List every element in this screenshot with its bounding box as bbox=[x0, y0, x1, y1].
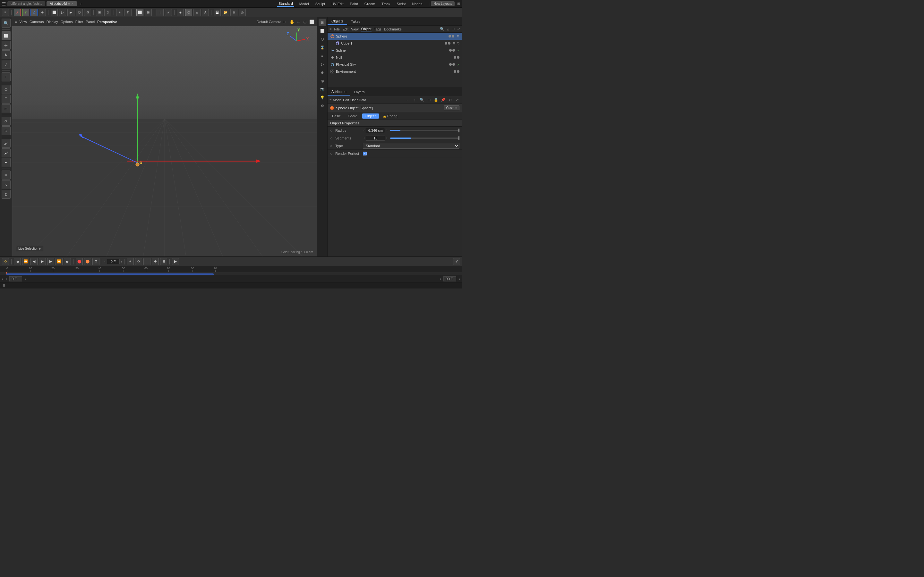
coord-btn[interactable]: ⊕ bbox=[39, 9, 46, 16]
extra-btn-3[interactable]: ▲ bbox=[194, 9, 200, 16]
snap-settings-btn[interactable]: ⚙ bbox=[124, 9, 132, 16]
play-btn[interactable]: ▶ bbox=[39, 258, 46, 265]
layer-manager-icon[interactable]: ≡ bbox=[318, 52, 326, 60]
paint-tool-btn[interactable]: 🖌 bbox=[2, 148, 11, 157]
timeline-keyframe-area[interactable] bbox=[0, 272, 462, 275]
select-tool-btn[interactable]: ⬜ bbox=[2, 31, 11, 40]
segments-value[interactable]: 16 bbox=[366, 135, 385, 141]
start-frame-input[interactable] bbox=[9, 276, 22, 282]
load-btn[interactable]: 📂 bbox=[222, 9, 229, 16]
spline-tool-btn[interactable]: ⌒ bbox=[2, 95, 11, 103]
tl-motion-btn[interactable]: ⌒ bbox=[144, 258, 150, 265]
add-tab-button[interactable]: + bbox=[79, 1, 82, 6]
viewport-cameras-menu[interactable]: Cameras bbox=[29, 20, 44, 24]
tab-active[interactable]: Airpods.c4d ● ✕ bbox=[47, 1, 77, 6]
menu-standard[interactable]: Standard bbox=[277, 1, 294, 7]
prev-frame-btn[interactable]: ⏪ bbox=[22, 258, 29, 265]
to-end-btn[interactable]: ⏭ bbox=[64, 258, 71, 265]
attr-history-icon[interactable]: ⊙ bbox=[447, 97, 453, 103]
rotate-tool-btn[interactable]: ↻ bbox=[2, 50, 11, 59]
extra-btn-4[interactable]: A bbox=[202, 9, 209, 16]
tl-preview-btn[interactable]: ▶ bbox=[172, 258, 179, 265]
tl-ripple-btn[interactable]: ⟳ bbox=[135, 258, 142, 265]
menu-script[interactable]: Script bbox=[395, 1, 407, 6]
radius-slider[interactable] bbox=[390, 130, 459, 131]
obj-home-icon[interactable]: ⌂ bbox=[447, 27, 449, 31]
move-tool-btn[interactable]: ✛ bbox=[2, 41, 11, 50]
transform-btn[interactable]: ⬜ bbox=[136, 9, 144, 16]
obj-menu-edit[interactable]: Edit bbox=[342, 27, 349, 31]
snap-btn[interactable]: ⌖ bbox=[116, 9, 123, 16]
hamburger-icon[interactable]: ☰ bbox=[2, 1, 6, 6]
tl-bottom-nav-right-1[interactable]: › bbox=[25, 277, 26, 281]
obj-expand-icon[interactable]: ⤢ bbox=[457, 27, 460, 31]
attr-expand-icon[interactable]: ⤢ bbox=[454, 97, 460, 103]
viewport-panel-menu[interactable]: Panel bbox=[86, 20, 95, 24]
record-btn[interactable]: ⬤ bbox=[76, 258, 83, 265]
attr-edit-menu[interactable]: Edit bbox=[343, 98, 349, 102]
eyedrop-tool-btn[interactable]: ✒ bbox=[2, 158, 11, 167]
axis-x-btn[interactable]: X bbox=[14, 9, 21, 16]
prev-key-btn[interactable]: ◀ bbox=[31, 258, 37, 265]
next-key-btn[interactable]: ▶ bbox=[47, 258, 54, 265]
auto-key-btn[interactable]: ⚙ bbox=[92, 258, 99, 265]
viewport-hamburger-icon[interactable]: ≡ bbox=[15, 20, 17, 24]
tab-takes[interactable]: Takes bbox=[347, 18, 364, 25]
radius-increase-btn[interactable]: › bbox=[386, 129, 388, 132]
viewport-display-menu[interactable]: Display bbox=[47, 20, 58, 24]
attr-hamburger[interactable]: ≡ bbox=[330, 98, 331, 102]
menu-track[interactable]: Track bbox=[380, 1, 391, 6]
menu-sculpt[interactable]: Sculpt bbox=[314, 1, 326, 6]
sub-tab-phong[interactable]: 🔒 Phong bbox=[380, 113, 401, 119]
orbit-icon[interactable]: ↩ bbox=[297, 19, 300, 24]
viewport-filter-menu[interactable]: Filter bbox=[75, 20, 83, 24]
brush-tool-btn[interactable]: 🖊 bbox=[2, 139, 11, 148]
viewport-solo-icon[interactable]: ◎ bbox=[318, 77, 326, 85]
tab-other[interactable]: different angle, fashi... bbox=[7, 1, 45, 6]
obj-menu-file[interactable]: File bbox=[334, 27, 340, 31]
move-btn[interactable]: ↕ bbox=[157, 9, 164, 16]
render-to-pic-btn[interactable]: ▷ bbox=[59, 9, 66, 16]
obj-item-physical-sky[interactable]: Physical Sky ✓ bbox=[328, 61, 462, 68]
toolbar-menu-icon[interactable]: ≡ bbox=[2, 9, 9, 16]
sub-tab-object[interactable]: Object bbox=[362, 113, 379, 119]
zoom-icon[interactable]: ⊕ bbox=[303, 19, 307, 24]
tl-expand-btn[interactable]: ⤢ bbox=[453, 258, 460, 265]
obj-menu-tags[interactable]: Tags bbox=[374, 27, 381, 31]
poly-tool-btn[interactable]: ⬡ bbox=[2, 85, 11, 94]
new-layout-button[interactable]: New Layouts bbox=[431, 1, 455, 6]
selection-dropdown-icon[interactable]: ▸ bbox=[39, 247, 41, 250]
camera-controls[interactable]: ◎ bbox=[239, 9, 246, 16]
render-anim-btn[interactable]: ⬡ bbox=[76, 9, 83, 16]
attr-up-icon[interactable]: ↑ bbox=[412, 97, 418, 103]
attr-filter-icon[interactable]: ⊞ bbox=[426, 97, 432, 103]
light-icon[interactable]: 💡 bbox=[318, 93, 326, 101]
menu-nodes[interactable]: Nodes bbox=[411, 1, 424, 6]
frame-nav-left[interactable]: ‹ bbox=[104, 259, 105, 263]
attr-dropdown[interactable]: Custom bbox=[444, 105, 459, 110]
tl-bottom-nav-left-3[interactable]: ‹ bbox=[440, 277, 441, 281]
keyframe-btn[interactable]: ◇ bbox=[2, 258, 9, 265]
obj-item-null[interactable]: Null bbox=[328, 54, 462, 61]
type-dropdown[interactable]: Standard Tetrahedron Hexahedron bbox=[363, 143, 459, 149]
tl-bottom-nav-right-2[interactable]: › bbox=[459, 277, 460, 281]
tl-snap-btn[interactable]: ⌖ bbox=[127, 258, 134, 265]
tl-ik-btn[interactable]: ⊕ bbox=[152, 258, 159, 265]
obj-menu-hamburger[interactable]: ≡ bbox=[330, 27, 331, 31]
pan-icon[interactable]: ✋ bbox=[289, 19, 294, 24]
knife-tool-btn[interactable]: ∿ bbox=[2, 180, 11, 189]
search-tool-btn[interactable]: 🔍 bbox=[2, 19, 11, 27]
tab-objects[interactable]: Objects bbox=[328, 18, 347, 25]
render-view-icon[interactable]: ⬜ bbox=[318, 27, 326, 35]
toggle-icon[interactable]: ⊞ bbox=[457, 2, 460, 6]
attr-userdata-menu[interactable]: User Data bbox=[351, 98, 367, 102]
attr-back-icon[interactable]: ← bbox=[405, 97, 411, 103]
save-btn[interactable]: 💾 bbox=[214, 9, 221, 16]
frame-nav-right[interactable]: › bbox=[121, 259, 122, 263]
settings-icon[interactable]: ⚙ bbox=[318, 102, 326, 110]
to-start-btn[interactable]: ⏮ bbox=[14, 258, 21, 265]
effector-tool-btn[interactable]: ⊕ bbox=[2, 126, 11, 135]
weld-tool-btn[interactable]: ⟨⟩ bbox=[2, 190, 11, 199]
next-frame-btn[interactable]: ⏩ bbox=[55, 258, 63, 265]
end-frame-input[interactable] bbox=[443, 276, 456, 282]
